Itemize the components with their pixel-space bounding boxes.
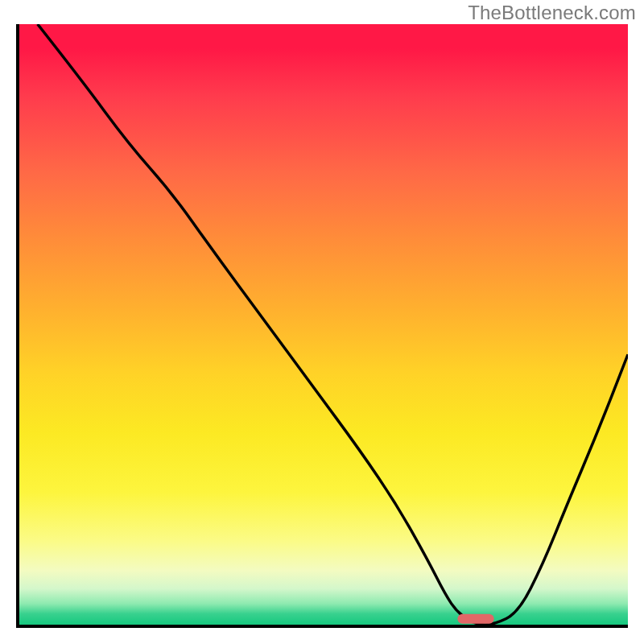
chart-overlay	[19, 24, 628, 625]
chart-container: TheBottleneck.com	[0, 0, 644, 644]
watermark-text: TheBottleneck.com	[468, 2, 636, 24]
optimal-marker	[457, 614, 493, 624]
plot-area	[16, 24, 628, 628]
bottleneck-curve	[38, 24, 628, 625]
